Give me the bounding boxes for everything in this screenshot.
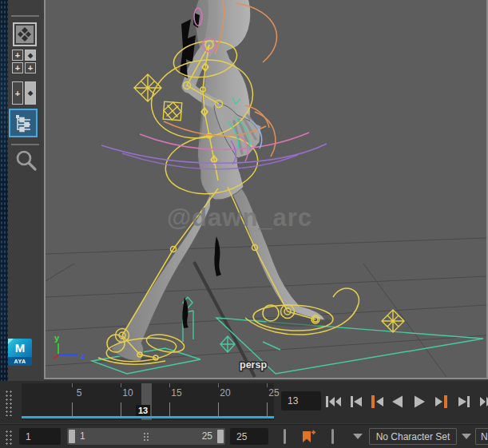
desktop-edge	[0, 0, 8, 381]
cached-playback-line	[22, 416, 274, 418]
go-to-start-icon	[324, 394, 343, 410]
range-slider-row: 1 1 25 25 No Character Set N	[0, 424, 488, 448]
maya-logo-letter: M	[8, 339, 32, 357]
go-to-start-button[interactable]	[323, 391, 344, 413]
frame-number-label: 10	[116, 387, 140, 398]
play-backwards-icon	[388, 394, 407, 410]
view-axis-gizmo[interactable]: y z	[54, 333, 85, 360]
key-diamonds-icon	[16, 26, 34, 43]
animation-end-field[interactable]: 25	[230, 428, 268, 445]
step-forward-frame-icon	[454, 394, 474, 410]
range-drag-grip[interactable]	[4, 429, 14, 446]
current-frame-label: 13	[136, 405, 150, 416]
axis-y-label: y	[54, 333, 60, 343]
current-frame-field[interactable]: 13	[281, 391, 321, 410]
key-diamonds-button[interactable]	[13, 22, 37, 46]
toolbar-divider-2	[11, 144, 39, 145]
maya-logo-caption: AYA	[8, 357, 32, 366]
viewport-canvas[interactable]: @dawn_arc y z persp	[46, 0, 486, 378]
range-start-handle[interactable]	[69, 430, 75, 443]
character-set-dropdown[interactable]: No Character Set	[369, 428, 457, 445]
step-back-key-button[interactable]	[367, 391, 387, 413]
step-forward-key-icon	[432, 394, 451, 410]
search-button[interactable]	[14, 149, 39, 174]
step-forward-frame-button[interactable]	[454, 391, 474, 413]
step-forward-key-button[interactable]	[431, 391, 452, 413]
maya-logo: M AYA	[8, 339, 32, 366]
range-center-grip[interactable]	[143, 432, 149, 442]
range-start-label: 1	[80, 428, 85, 445]
axis-z-label: z	[81, 351, 85, 360]
add-bookmark-button[interactable]	[299, 427, 318, 446]
auto-key-dropdown-arrow[interactable]	[353, 434, 363, 439]
key-diamond-small-button[interactable]: ◆	[25, 50, 36, 61]
key-diamond-tall-button[interactable]: ◆	[25, 81, 36, 105]
play-backwards-button[interactable]	[387, 391, 408, 413]
playback-speed-handle[interactable]	[281, 429, 288, 444]
add-key-tall-button[interactable]: +	[12, 81, 23, 105]
playback-range-slider[interactable]: 1 25	[67, 428, 225, 445]
frame-number-label: 5	[67, 387, 91, 398]
search-icon	[14, 149, 39, 174]
frame-number-label: 15	[165, 387, 188, 398]
step-back-key-icon	[367, 394, 387, 410]
range-end-handle[interactable]	[217, 430, 224, 443]
maya-window: + ◆ + + + ◆ M	[0, 0, 488, 448]
frame-number-label: 20	[213, 387, 237, 398]
time-slider-row: 5 10 15 20 25 13 13	[0, 381, 488, 423]
left-toolbar: + ◆ + + + ◆ M	[8, 0, 44, 381]
watermark-text: @dawn_arc	[167, 204, 312, 232]
go-to-end-button[interactable]	[477, 391, 488, 413]
timeline-drag-grip[interactable]	[4, 389, 14, 416]
toolbar-divider	[11, 15, 39, 17]
animation-start-field[interactable]: 1	[19, 428, 61, 445]
anim-layer-dropdown[interactable]: N	[475, 428, 488, 445]
bookmark-plus-icon	[300, 429, 316, 445]
perspective-viewport[interactable]: @dawn_arc y z persp	[44, 0, 488, 379]
channel-sliders-icon	[13, 113, 34, 133]
channel-sliders-button-active[interactable]	[9, 109, 38, 137]
add-key-plus-button[interactable]: +	[12, 50, 23, 61]
camera-label: persp	[240, 359, 267, 371]
playback-speed-handle-2[interactable]	[329, 429, 335, 444]
step-back-frame-button[interactable]	[346, 391, 367, 413]
add-key-plus-button-2[interactable]: +	[12, 62, 23, 73]
go-to-end-icon	[478, 394, 488, 410]
range-end-label: 25	[202, 428, 212, 445]
time-slider-track[interactable]: 5 10 15 20 25 13	[22, 383, 274, 420]
add-key-plus-button-3[interactable]: +	[25, 62, 36, 73]
anim-layer-dropdown-arrow[interactable]	[462, 434, 471, 439]
step-back-frame-icon	[347, 394, 366, 410]
play-forwards-button[interactable]	[409, 391, 430, 413]
play-forwards-icon	[410, 394, 429, 410]
